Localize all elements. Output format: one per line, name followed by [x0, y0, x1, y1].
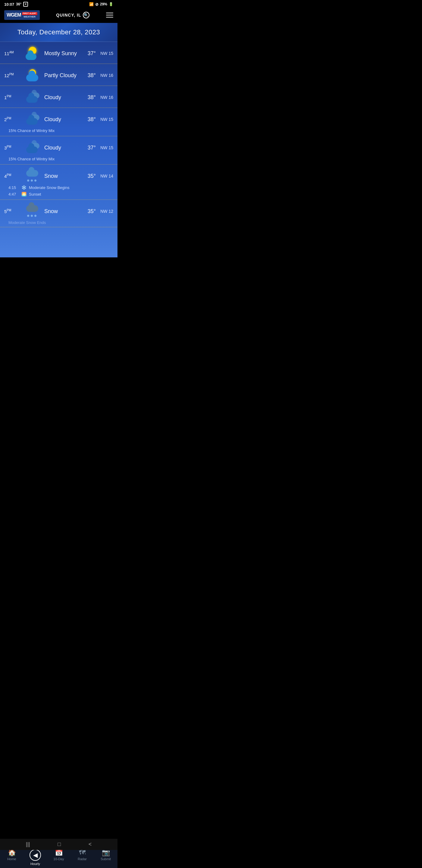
hamburger-line-3 — [106, 17, 113, 18]
temp-2pm: 38° — [78, 116, 96, 123]
weather-icon-2pm — [24, 112, 42, 127]
status-time: 10:07 — [4, 2, 14, 7]
location-display[interactable]: QUINCY, IL 🔍 — [56, 12, 90, 19]
condition-5pm: Snow — [42, 208, 78, 215]
logo-wgem-text: WGEM — [7, 12, 21, 18]
10day-icon: 📅 — [55, 849, 63, 856]
radar-icon: 🗺 — [79, 849, 86, 856]
hourly-forecast-list: 11AM Mostly Sunny 37° NW 15 12PM Partly … — [0, 42, 118, 257]
condition-2pm: Cloudy — [42, 116, 78, 123]
wind-2pm: NW 15 — [96, 117, 113, 122]
event-label-sunset: Sunset — [29, 192, 41, 196]
note-3pm-wintry: 15% Chance of Wintry Mix — [4, 155, 113, 161]
wind-4pm: NW 14 — [96, 174, 113, 179]
android-home-button[interactable]: □ — [58, 841, 61, 847]
note-5pm-snow-ends: Moderate Snow Ends — [4, 218, 113, 224]
temp-4pm: 35° — [78, 173, 96, 179]
hourly-circle-icon: ◀ — [30, 849, 41, 861]
nav-home-label: Home — [7, 857, 16, 861]
date-header: Today, December 28, 2023 — [0, 23, 118, 42]
menu-button[interactable] — [106, 13, 113, 18]
wifi-icon: 📶 — [89, 2, 94, 6]
hourly-row-5pm: 5PM ❄ ❄ ❄ Snow 35° NW 12 Moderate Snow E… — [0, 200, 118, 227]
condition-4pm: Snow — [42, 173, 78, 179]
wind-5pm: NW 12 — [96, 209, 113, 214]
time-5pm: 5PM — [4, 209, 24, 214]
sunset-icon: 🌅 — [21, 192, 27, 196]
nav-10day-label: 10-Day — [53, 857, 64, 861]
hourly-row-2pm: 2PM Cloudy 38° NW 15 15% Chance of Wintr… — [0, 108, 118, 136]
nav-submit-label: Submit — [101, 857, 111, 861]
weather-icon-12pm — [24, 68, 42, 83]
time-12pm: 12PM — [4, 73, 24, 78]
hourly-row-12pm: 12PM Partly Cloudy 38° NW 16 — [0, 64, 118, 86]
weather-icon-11am — [24, 46, 42, 61]
note-2pm-wintry: 15% Chance of Wintry Mix — [4, 127, 113, 133]
home-icon: 🏠 — [8, 849, 16, 856]
temp-11am: 37° — [78, 50, 96, 57]
temp-12pm: 38° — [78, 72, 96, 79]
status-left: 10:07 36° ✕ — [4, 2, 28, 7]
time-3pm: 3PM — [4, 145, 24, 150]
app-header: WGEM FIRST ALERT WEATHER QUINCY, IL 🔍 — [0, 8, 118, 23]
hourly-icon: ◀ — [30, 849, 41, 861]
hourly-row-1pm: 1PM Cloudy 38° NW 16 — [0, 86, 118, 108]
condition-12pm: Partly Cloudy — [42, 72, 78, 79]
time-2pm: 2PM — [4, 117, 24, 122]
logo-alert-text: FIRST ALERT — [22, 12, 37, 15]
nav-radar-label: Radar — [78, 857, 87, 861]
event-415-snow-begins: 4:15 ❄️ Moderate Snow Begins — [4, 183, 113, 190]
android-back-button[interactable]: < — [89, 841, 92, 847]
notification-close-icon[interactable]: ✕ — [23, 2, 28, 7]
date-text: Today, December 28, 2023 — [18, 28, 100, 36]
condition-11am: Mostly Sunny — [42, 50, 78, 57]
event-label-snow-begins: Moderate Snow Begins — [29, 185, 69, 190]
condition-3pm: Cloudy — [42, 145, 78, 151]
android-recents-button[interactable]: ||| — [26, 841, 30, 847]
weather-icon-1pm — [24, 90, 42, 104]
event-time-447: 4:47 — [8, 192, 19, 196]
temp-5pm: 35° — [78, 208, 96, 215]
status-right: 📶 ⊘ 29% 🔋 — [89, 2, 113, 7]
logo-weather-text: WEATHER — [24, 16, 36, 18]
wind-1pm: NW 16 — [96, 95, 113, 100]
wind-3pm: NW 15 — [96, 145, 113, 150]
hamburger-line-1 — [106, 13, 113, 13]
hourly-row-4pm: 4PM ❄ ❄ ❄ Snow 35° NW 14 4:15 ❄️ Moderat… — [0, 164, 118, 200]
weather-icon-5pm: ❄ ❄ ❄ — [24, 204, 42, 218]
battery-percent: 29% — [100, 2, 107, 6]
condition-1pm: Cloudy — [42, 94, 78, 101]
nav-hourly-label: Hourly — [30, 862, 40, 866]
wind-12pm: NW 16 — [96, 73, 113, 78]
event-time-415: 4:15 — [8, 185, 19, 190]
weather-icon-4pm: ❄ ❄ ❄ — [24, 169, 42, 183]
time-1pm: 1PM — [4, 95, 24, 100]
snow-begins-icon: ❄️ — [21, 185, 27, 190]
status-temperature: 36° — [16, 2, 21, 6]
time-11am: 11AM — [4, 51, 24, 56]
battery-icon: 🔋 — [109, 2, 113, 6]
hourly-row-3pm: 3PM Cloudy 37° NW 15 15% Chance of Wintr… — [0, 136, 118, 164]
status-bar: 10:07 36° ✕ 📶 ⊘ 29% 🔋 — [0, 0, 118, 8]
android-nav-bar: ||| □ < — [0, 839, 118, 850]
location-text: QUINCY, IL — [56, 13, 81, 18]
wgem-logo: WGEM FIRST ALERT WEATHER — [4, 10, 40, 20]
camera-icon: 📷 — [102, 849, 110, 856]
weather-icon-3pm — [24, 141, 42, 155]
time-4pm: 4PM — [4, 173, 24, 179]
temp-1pm: 38° — [78, 94, 96, 101]
hamburger-line-2 — [106, 15, 113, 16]
hourly-row-11am: 11AM Mostly Sunny 37° NW 15 — [0, 42, 118, 64]
wind-11am: NW 15 — [96, 51, 113, 56]
search-icon[interactable]: 🔍 — [83, 12, 90, 19]
alarm-icon: ⊘ — [95, 2, 98, 7]
temp-3pm: 37° — [78, 145, 96, 151]
event-447-sunset: 4:47 🌅 Sunset — [4, 190, 113, 196]
